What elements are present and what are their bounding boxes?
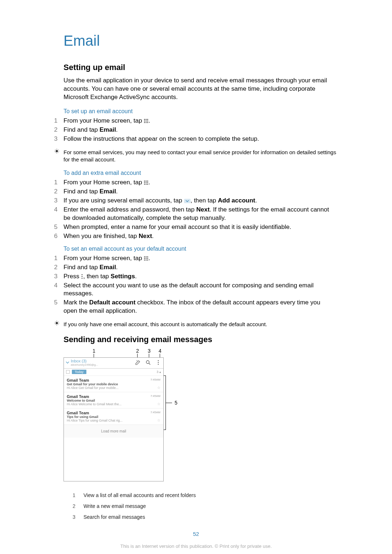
callout-1: 1 [93,348,95,354]
step-text: Follow the instructions that appear on t… [64,135,329,143]
load-more-button[interactable]: Load more mail [64,425,163,438]
email-item[interactable]: Gmail Team Welcome to Gmail Hi Alice Wel… [64,392,163,409]
step-num: 3 [53,272,64,281]
email-preview: Hi Alice Get Gmail for your mobile... [67,386,160,390]
step-text: When prompted, enter a name for your ema… [64,223,329,231]
legend-text: View a list of all email accounts and re… [83,492,196,498]
callout-2: 2 [136,348,139,354]
today-chip: Today [72,370,86,374]
legend-row: 3 Search for email messages [73,514,348,520]
sub1-steps: 1 From your Home screen, tap . 2 Find an… [53,117,329,143]
page: Email Setting up email Use the email app… [0,0,392,554]
step: 2 Find and tap Email. [53,126,329,134]
email-from: Gmail Team [67,411,160,415]
svg-point-3 [144,120,145,122]
svg-point-18 [144,181,145,182]
disclaimer: This is an Internet version of this publ… [44,543,348,549]
figure: 1 2 3 4 Inbox (3) alicehoney1990@g... [64,349,348,481]
svg-line-51 [149,363,150,365]
inbox-dropdown-icon [184,197,191,204]
step: 2 Find and tap Email. [53,263,329,272]
chevron-down-icon [65,361,70,365]
step-text: From your Home screen, tap . [64,117,329,125]
step-text: Find and tap Email. [64,263,329,272]
svg-point-9 [56,150,58,152]
svg-point-50 [146,361,149,364]
svg-point-31 [144,258,145,259]
step-num: 4 [53,282,64,290]
legend-num: 2 [73,503,83,509]
sending-heading: Sending and receiving email messages [64,335,348,344]
svg-point-24 [144,184,145,185]
svg-line-14 [55,149,56,149]
svg-point-21 [144,182,145,183]
step-text: If you are using several email accounts,… [64,197,329,205]
today-header: Today 3 ▴ [64,369,163,376]
step-num: 3 [53,135,64,143]
svg-point-8 [147,122,148,123]
svg-line-46 [58,324,58,325]
setup-heading: Setting up email [64,63,348,72]
email-item[interactable]: Gmail Team Get Gmail for your mobile dev… [64,376,163,392]
step-text: From your Home screen, tap . [64,254,329,263]
email-item[interactable]: Gmail Team Tips for using Gmail Hi Alice… [64,409,163,425]
svg-point-6 [144,122,145,123]
svg-point-1 [146,119,147,120]
legend-text: Write a new email message [83,503,146,509]
svg-point-30 [147,257,148,258]
svg-line-47 [55,324,56,325]
step-text: When you are finished, tap Next. [64,232,329,241]
account-sub: alicehoney1990@g... [71,363,98,366]
email-subject: Get Gmail for your mobile device [67,382,160,386]
svg-point-53 [158,362,159,363]
email-preview: Hi Alice Welcome to Gmail Meet the... [67,402,160,406]
app-grid-icon [144,117,148,124]
compose-button[interactable]: + [133,360,143,366]
email-time: 7:45AM [150,411,160,414]
overflow-button[interactable] [153,360,163,366]
today-count: 3 ▴ [156,370,161,374]
tip: For some email services, you may need to… [53,148,336,164]
account-dropdown[interactable]: Inbox (3) alicehoney1990@g... [64,359,133,366]
svg-point-23 [147,182,148,183]
star-icon[interactable]: ☆ [157,386,160,390]
svg-point-54 [158,364,159,365]
step: 3 Follow the instructions that appear on… [53,135,329,143]
svg-point-5 [147,120,148,122]
step-num: 6 [53,232,64,241]
svg-point-29 [146,257,147,258]
select-all-checkbox[interactable] [66,370,70,374]
section-sending: Sending and receiving email messages [64,335,348,344]
step: 1 From your Home screen, tap . [53,254,329,263]
legend-row: 2 Write a new email message [73,503,348,509]
step-num: 2 [53,188,64,196]
legend-table: 1 View a list of all email accounts and … [73,492,348,520]
tip: If you only have one email account, this… [53,320,336,328]
svg-point-35 [146,259,147,260]
callout-5: 5 [175,400,177,406]
star-icon[interactable]: ☆ [157,418,160,422]
step: 3 Press , then tap Settings. [53,272,329,281]
page-title: Email [64,33,348,49]
svg-line-16 [55,152,56,152]
svg-point-36 [147,259,148,260]
svg-text:+: + [136,360,138,362]
email-subject: Tips for using Gmail [67,415,160,419]
step-text: Enter the email address and password, th… [64,206,329,222]
search-button[interactable] [143,360,153,366]
step-num: 1 [53,254,64,263]
phone-toolbar: Inbox (3) alicehoney1990@g... + [64,358,163,369]
star-icon[interactable]: ☆ [157,402,160,406]
sub2-title: To add an extra email account [64,170,348,176]
svg-rect-27 [184,199,191,203]
svg-point-33 [147,258,148,259]
step-text: Select the account you want to use as th… [64,282,329,298]
phone-empty-area [64,438,163,481]
tip-bulb-icon [53,320,64,327]
svg-point-22 [146,182,147,183]
tip-bulb-icon [53,148,64,155]
step-num: 5 [53,223,64,231]
legend-num: 3 [73,514,83,520]
step: 1 From your Home screen, tap . [53,117,329,125]
email-subject: Welcome to Gmail [67,399,160,402]
